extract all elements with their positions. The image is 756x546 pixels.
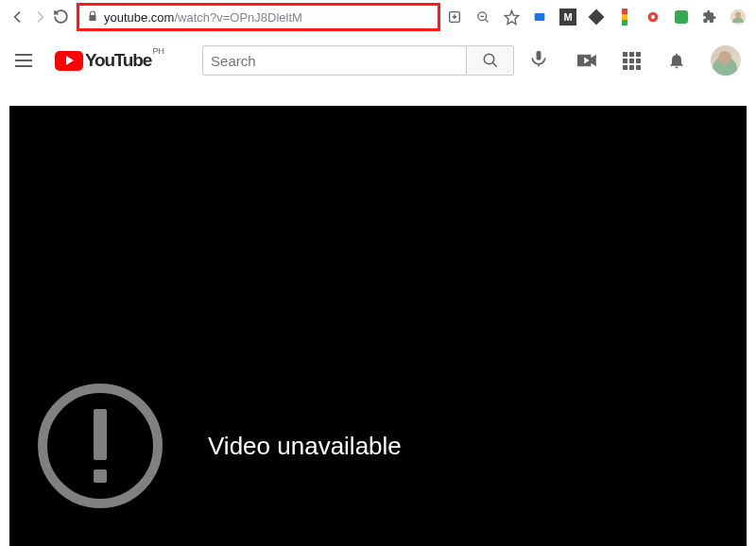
extension-green-icon[interactable] [673,9,690,26]
reload-button[interactable] [53,9,69,26]
svg-point-7 [651,15,655,19]
chrome-actions: M [446,9,747,26]
extension-m-icon[interactable]: M [559,9,576,26]
extension-bar-icon[interactable] [616,9,633,26]
account-avatar[interactable] [711,45,741,76]
svg-point-9 [735,12,741,18]
url-text: youtube.com/watch?v=OPnJ8DleltM [104,10,302,25]
search-button[interactable] [467,45,514,76]
svg-point-10 [484,54,494,64]
youtube-logo[interactable]: YouTube PH [55,50,151,71]
extension-puzzle-icon[interactable] [701,9,718,26]
hamburger-menu[interactable] [15,49,38,72]
search-input[interactable] [202,45,467,76]
forward-button[interactable] [31,9,47,26]
youtube-logo-text: YouTube [85,50,151,71]
svg-rect-5 [622,20,627,26]
extension-diamond-icon[interactable] [588,9,605,26]
notifications-button[interactable] [665,49,688,72]
install-icon[interactable] [446,9,463,26]
lock-icon [87,9,98,26]
video-error: Video unavailable [38,384,402,508]
back-button[interactable] [9,9,26,26]
search-wrap [202,45,514,76]
create-button[interactable] [575,49,597,72]
svg-rect-3 [622,9,627,14]
profile-chrome-icon[interactable] [730,9,747,26]
svg-rect-4 [622,14,627,20]
error-icon [38,384,163,508]
zoom-icon[interactable] [474,9,491,26]
yt-header-right [575,45,741,76]
yt-header: YouTube PH [0,34,756,87]
video-player[interactable]: Video unavailable [9,106,747,546]
extension-circle-icon[interactable] [644,9,662,26]
svg-rect-2 [535,13,545,21]
apps-button[interactable] [620,49,643,72]
url-bar-highlighted[interactable]: youtube.com/watch?v=OPnJ8DleltM [77,3,440,31]
extension-blue-icon[interactable] [531,9,548,26]
country-code: PH [153,46,165,56]
error-message: Video unavailable [208,432,402,461]
youtube-play-icon [55,51,83,71]
browser-chrome: youtube.com/watch?v=OPnJ8DleltM M [0,0,756,34]
star-icon[interactable] [503,9,520,26]
voice-search-button[interactable] [529,49,552,72]
